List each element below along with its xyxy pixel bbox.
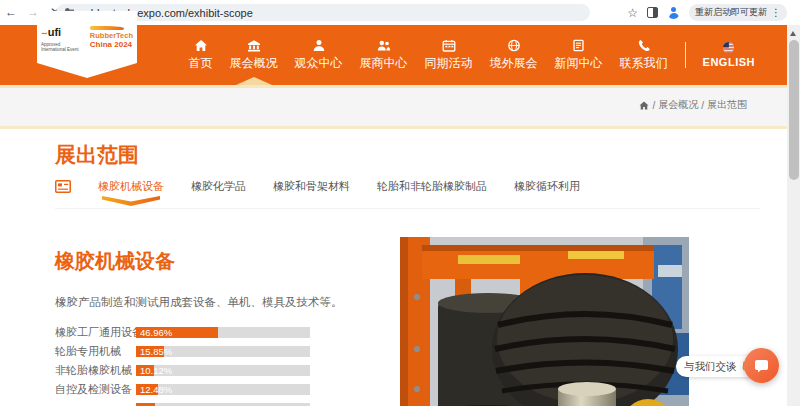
nav-label: 展商中心	[360, 55, 408, 72]
tabs-row: 橡胶机械设备 橡胶化学品 橡胶和骨架材料 轮胎和非轮胎橡胶制品 橡胶循环利用	[55, 179, 760, 209]
tab-rubber-recycling[interactable]: 橡胶循环利用	[514, 179, 580, 194]
chart-row: 自控及检测设备 12.48%	[55, 384, 390, 395]
bar-value: 12.48%	[140, 384, 172, 395]
us-flag-icon	[723, 42, 734, 53]
nav-item-overseas-exhibitions[interactable]: 境外展会	[490, 25, 538, 85]
news-icon	[572, 39, 586, 52]
nav-label: 同期活动	[425, 55, 473, 72]
active-tab-chevron	[102, 196, 160, 206]
event-edition-text: China 2024	[90, 40, 133, 49]
event-name-text: RubberTech	[90, 32, 133, 40]
landmark-icon	[247, 39, 261, 52]
nav-label: 展会概况	[230, 55, 278, 72]
nav-label: 观众中心	[295, 55, 343, 72]
user-icon	[312, 39, 326, 52]
bar-track: 46.96%	[136, 327, 310, 338]
update-label: 重新启动即可更新	[695, 6, 767, 19]
nav-divider	[685, 42, 686, 68]
nav-label: 境外展会	[490, 55, 538, 72]
scrollbar-thumb[interactable]	[789, 40, 799, 180]
chat-invite-label: 与我们交谈	[684, 360, 737, 374]
rubbertech-logo: RubberTech China 2024	[90, 26, 133, 49]
bar-label: 非轮胎橡胶机械	[55, 365, 133, 376]
exhibit-scope-icon	[55, 180, 71, 193]
breadcrumb-home-icon[interactable]	[639, 101, 649, 110]
nav-item-home[interactable]: 首页	[189, 25, 213, 85]
chrome-update-button[interactable]: 重新启动即可更新 ⋮	[689, 4, 787, 21]
side-panel-icon[interactable]	[647, 7, 658, 18]
scrollbar-up-arrow[interactable]	[790, 31, 796, 36]
ufi-swoosh-icon: ∼	[41, 29, 48, 38]
language-switch-english[interactable]: ENGLISH	[703, 42, 755, 68]
chat-launcher-button[interactable]	[744, 348, 779, 383]
main-nav: 首页 展会概况 观众中心 展商中心 同期活动 境外展会	[189, 25, 755, 85]
band-accent-line	[0, 126, 787, 129]
chart-row: 轮胎专用机械 15.85%	[55, 346, 390, 357]
tire-machinery-photo	[400, 237, 689, 406]
nav-item-exhibitor-center[interactable]: 展商中心	[360, 25, 408, 85]
home-icon	[194, 39, 208, 52]
bar-label: 轮胎专用机械	[55, 346, 133, 357]
logo-card[interactable]: ∼ufi Approved International Event Rubber…	[37, 11, 137, 63]
bar-label: 橡胶工厂通用设备	[55, 327, 133, 338]
back-icon[interactable]: ←	[0, 0, 22, 25]
tab-rubber-and-skeleton-materials[interactable]: 橡胶和骨架材料	[273, 179, 350, 194]
tab-rubber-machinery[interactable]: 橡胶机械设备	[98, 179, 164, 194]
breadcrumb-band: / 展会概况 / 展出范围	[0, 88, 787, 126]
tab-label: 橡胶和骨架材料	[273, 180, 350, 192]
breadcrumb: / 展会概况 / 展出范围	[639, 98, 747, 112]
ufi-logo-subtext: Approved International Event	[41, 42, 84, 52]
page-title: 展出范围	[55, 141, 139, 169]
page-scrollbar[interactable]	[787, 25, 800, 406]
breadcrumb-sep: /	[701, 100, 704, 111]
tab-rubber-chemicals[interactable]: 橡胶化学品	[191, 179, 246, 194]
nav-item-concurrent-events[interactable]: 同期活动	[425, 25, 473, 85]
nav-label: 新闻中心	[555, 55, 603, 72]
menu-dots-icon[interactable]: ⋮	[771, 7, 781, 18]
language-label: ENGLISH	[703, 56, 755, 68]
ufi-logo-text: ufi	[48, 26, 61, 38]
tab-label: 轮胎和非轮胎橡胶制品	[377, 180, 487, 192]
breadcrumb-level1[interactable]: 展会概况	[658, 98, 698, 112]
breadcrumb-sep: /	[652, 100, 655, 111]
users-icon	[377, 39, 391, 52]
profile-avatar-icon[interactable]	[667, 6, 680, 19]
tab-label: 橡胶化学品	[191, 180, 246, 192]
tab-label: 橡胶循环利用	[514, 180, 580, 192]
bar-value: 46.96%	[140, 327, 172, 338]
tab-tire-and-nontire-products[interactable]: 轮胎和非轮胎橡胶制品	[377, 179, 487, 194]
calendar-icon	[442, 39, 456, 52]
bar-value: 15.85%	[140, 346, 172, 357]
nav-label: 首页	[189, 55, 213, 72]
nav-item-exhibition-overview[interactable]: 展会概况	[230, 25, 278, 85]
bar-label: 自控及检测设备	[55, 384, 133, 395]
nav-item-visitor-center[interactable]: 观众中心	[295, 25, 343, 85]
chart-row: 非轮胎橡胶机械 10.12%	[55, 365, 390, 376]
breadcrumb-level2[interactable]: 展出范围	[707, 98, 747, 112]
globe-icon	[507, 39, 521, 52]
nav-item-news-center[interactable]: 新闻中心	[555, 25, 603, 85]
chart-row: 橡胶工厂通用设备 46.96%	[55, 327, 390, 338]
rubbertech-swoosh-icon	[90, 26, 124, 30]
chat-bubble-icon	[754, 359, 769, 373]
bar-track: 10.12%	[136, 365, 310, 376]
bar-value: 10.12%	[140, 365, 172, 376]
bookmark-star-icon[interactable]: ☆	[627, 6, 638, 20]
ufi-logo: ∼ufi Approved International Event	[41, 22, 84, 52]
active-nav-pennant	[236, 77, 272, 85]
app-window: ← → ✕ rubbertech-expo.com/exhibit-scope …	[0, 0, 800, 406]
nav-label: 联系我们	[620, 55, 668, 72]
exhibit-share-bar-chart: 橡胶工厂通用设备 46.96% 轮胎专用机械 15.85% 非轮胎橡胶机械 10…	[55, 327, 390, 406]
bar-track: 12.48%	[136, 384, 310, 395]
section-description: 橡胶产品制造和测试用成套设备、单机、模具及技术等。	[55, 295, 343, 310]
phone-icon	[637, 39, 651, 52]
bar-track: 15.85%	[136, 346, 310, 357]
section-heading: 橡胶机械设备	[55, 248, 175, 275]
tab-label: 橡胶机械设备	[98, 180, 164, 192]
nav-item-contact-us[interactable]: 联系我们	[620, 25, 668, 85]
